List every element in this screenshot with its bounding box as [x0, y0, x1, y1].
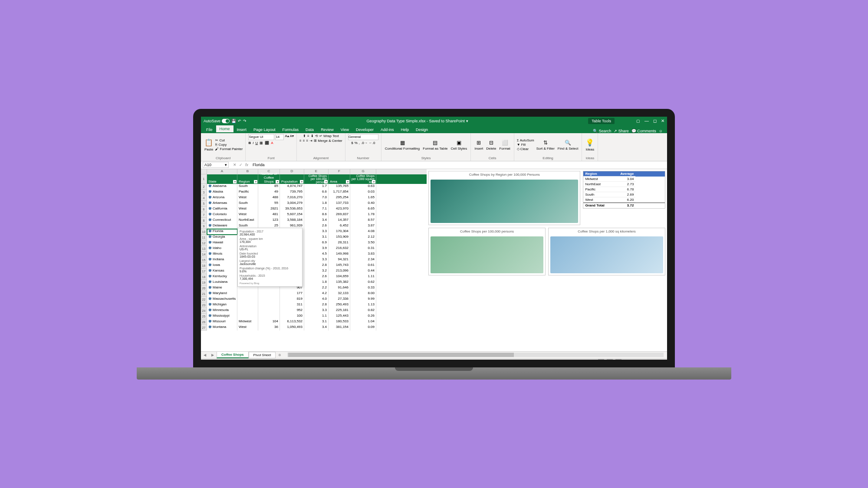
cell[interactable]: 149,998: [329, 252, 350, 257]
find-select-button[interactable]: 🔍Find & Select: [557, 138, 579, 151]
page-layout-view-icon[interactable]: [607, 359, 613, 360]
cell[interactable]: 6.9: [304, 240, 329, 246]
cell[interactable]: 0.31: [350, 246, 376, 252]
cut-button[interactable]: ✂ Cut: [215, 138, 243, 142]
comments-button[interactable]: 💬 Comments: [631, 129, 656, 133]
align-center-icon[interactable]: ≡: [303, 139, 305, 143]
fill-button[interactable]: ▼ Fill: [517, 143, 534, 147]
cell[interactable]: 819: [280, 297, 304, 302]
cell[interactable]: Delaware: [207, 223, 237, 229]
cell[interactable]: West: [237, 206, 258, 212]
cell[interactable]: 8.57: [350, 218, 376, 223]
cell[interactable]: Iowa: [207, 263, 237, 269]
cell[interactable]: Kentucky: [207, 274, 237, 280]
row-header[interactable]: 27: [201, 325, 207, 331]
cell[interactable]: 32,133: [329, 291, 350, 297]
cell[interactable]: 5,607,154: [280, 212, 304, 218]
row-header[interactable]: 18: [201, 274, 207, 280]
document-title[interactable]: Geography Data Type Simple.xlsx - Saved …: [247, 119, 588, 123]
cell[interactable]: West: [237, 195, 258, 201]
cell[interactable]: 4.5: [304, 252, 329, 257]
cell[interactable]: West: [237, 325, 258, 331]
align-left-icon[interactable]: ≡: [299, 139, 302, 143]
table-row[interactable]: ConnecticutNorthEast1233,588,1843.414,35…: [207, 218, 427, 223]
table-row[interactable]: CaliforniaWest282139,536,6537.1423,9706.…: [207, 206, 427, 212]
row-header[interactable]: 2: [201, 184, 207, 190]
row-header[interactable]: 20: [201, 285, 207, 291]
ribbon-display-icon[interactable]: ▢: [636, 119, 640, 123]
cell[interactable]: 14,357: [329, 218, 350, 223]
map-chart-per100k[interactable]: Coffee Shops per 100,000 persons: [428, 228, 546, 275]
cell[interactable]: 1.78: [350, 212, 376, 218]
row-header[interactable]: 17: [201, 269, 207, 274]
row-header[interactable]: 26: [201, 319, 207, 325]
cell[interactable]: 3.1: [304, 319, 329, 325]
row-header[interactable]: 14: [201, 252, 207, 257]
header-per100k[interactable]: Coffee Shops per 100,000 persons▾: [304, 174, 329, 184]
cell[interactable]: 3.4: [304, 218, 329, 223]
cell[interactable]: 4.08: [350, 229, 376, 235]
row-header[interactable]: 9: [201, 223, 207, 229]
row-header[interactable]: 19: [201, 280, 207, 285]
tab-data[interactable]: Data: [302, 126, 317, 133]
orientation-icon[interactable]: ⟲: [315, 134, 318, 138]
header-state[interactable]: State▾: [207, 174, 237, 184]
normal-view-icon[interactable]: [598, 359, 604, 360]
bold-button[interactable]: B: [248, 141, 251, 145]
cell[interactable]: South: [237, 201, 258, 206]
sheet-nav-prev-icon[interactable]: ◀: [201, 353, 209, 357]
align-bottom-icon[interactable]: ⬇: [311, 134, 314, 138]
tab-page-layout[interactable]: Page Layout: [250, 126, 279, 133]
cell[interactable]: 3.3: [304, 308, 329, 314]
sheet-nav-next-icon[interactable]: ▶: [209, 353, 217, 357]
cell[interactable]: 7.1: [304, 206, 329, 212]
cell[interactable]: Mississippi: [207, 314, 237, 319]
cell[interactable]: West: [237, 212, 258, 218]
fx-icon[interactable]: fx: [245, 163, 248, 167]
table-row[interactable]: AlaskaPacific49739,7956.61,717,8540.03: [207, 190, 427, 195]
cell[interactable]: 1,717,854: [329, 190, 350, 195]
cell[interactable]: 180,533: [329, 319, 350, 325]
column-headers[interactable]: A B C D E F G: [201, 169, 427, 174]
header-shops[interactable]: Number of Coffee Shops▾: [258, 174, 280, 184]
sheet-tab-pivot[interactable]: Pivot Sheet: [249, 352, 276, 358]
cell[interactable]: 952: [280, 308, 304, 314]
copy-button[interactable]: ⎘ Copy: [215, 143, 243, 147]
cell[interactable]: 3.3: [304, 229, 329, 235]
cell[interactable]: 488: [258, 195, 280, 201]
sort-filter-button[interactable]: ⇅Sort & Filter: [536, 138, 556, 151]
cell[interactable]: 8.00: [350, 291, 376, 297]
cell[interactable]: Arizona: [207, 195, 237, 201]
conditional-formatting-button[interactable]: ▦Conditional Formatting: [384, 138, 421, 151]
cell[interactable]: [258, 291, 280, 297]
tab-developer[interactable]: Developer: [352, 126, 377, 133]
table-row[interactable]: Mississippi1001.1125,4430.26: [207, 314, 427, 319]
cell[interactable]: 481: [258, 212, 280, 218]
formula-input[interactable]: Florida: [251, 163, 667, 167]
row-header[interactable]: 8: [201, 218, 207, 223]
summary-row[interactable]: West6.20: [583, 197, 665, 203]
filter-icon[interactable]: ▾: [300, 180, 303, 183]
table-row[interactable]: MissouriMidwest1046,113,5323.1180,5331.0…: [207, 319, 427, 325]
cancel-formula-icon[interactable]: ✕: [233, 163, 237, 167]
table-row[interactable]: ColoradoWest4815,607,1548.6269,8371.78: [207, 212, 427, 218]
table-row[interactable]: Maryland1774.232,1338.00: [207, 291, 427, 297]
summary-header-average[interactable]: Average: [614, 171, 635, 177]
cell[interactable]: [237, 308, 258, 314]
cell[interactable]: Georgia: [207, 235, 237, 240]
cell[interactable]: 1.65: [350, 195, 376, 201]
row-header[interactable]: 23: [201, 302, 207, 308]
border-button[interactable]: ▦: [260, 141, 263, 145]
page-break-view-icon[interactable]: [615, 359, 621, 360]
cell[interactable]: Michigan: [207, 302, 237, 308]
increase-decimal-icon[interactable]: .0→: [361, 141, 368, 145]
font-name-select[interactable]: [248, 134, 274, 140]
cell[interactable]: 49: [258, 190, 280, 195]
cell[interactable]: 1.04: [350, 319, 376, 325]
cell[interactable]: 0.82: [350, 308, 376, 314]
cell[interactable]: 4.0: [304, 297, 329, 302]
table-row[interactable]: AlabamaSouth854,874,7471.7135,7650.63: [207, 184, 427, 190]
tab-insert[interactable]: Insert: [233, 126, 250, 133]
cell[interactable]: California: [207, 206, 237, 212]
cell[interactable]: 2.2: [304, 285, 329, 291]
